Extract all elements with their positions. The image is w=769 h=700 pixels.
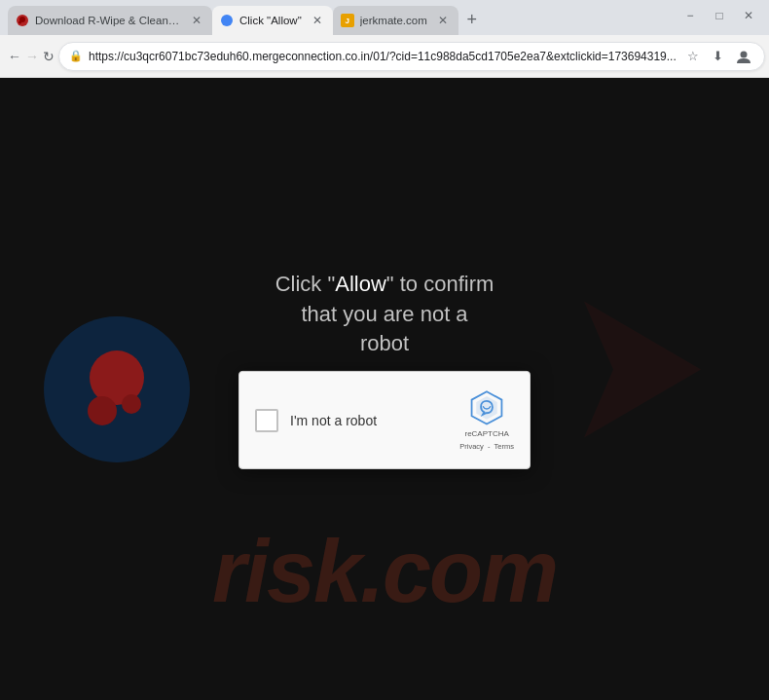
new-tab-button[interactable]: + [458,6,486,33]
background-arrow [565,281,740,461]
recaptcha-checkbox[interactable] [255,408,278,431]
tab1-favicon [16,14,29,27]
svg-point-3 [221,15,233,26]
tab3-favicon: J [341,14,354,27]
svg-point-7 [88,396,117,425]
instruction-line2: that you are not a [238,299,531,329]
recaptcha-right: reCAPTCHA Privacy - Terms [459,389,514,450]
tab-2[interactable]: Click "Allow" ✕ [212,6,333,35]
tab1-close[interactable]: ✕ [189,13,204,28]
recaptcha-brand-text: reCAPTCHA [464,428,508,439]
window-controls: − □ ✕ [677,7,761,24]
minimize-button[interactable]: − [677,7,703,24]
recaptcha-dialog: I'm not a robot reCAPTCHA Privacy [238,371,531,468]
profile-icon[interactable] [733,46,754,67]
watermark-text: risk.com [0,522,769,622]
svg-point-4 [740,51,747,57]
tab2-close[interactable]: ✕ [310,13,325,28]
url-action-icons: ☆ ⬇ [682,46,754,67]
tab-3[interactable]: J jerkmate.com ✕ [333,6,458,35]
back-button[interactable]: ← [8,43,21,70]
forward-button[interactable]: → [25,43,39,70]
recaptcha-logo [463,389,510,426]
refresh-button[interactable]: ↻ [43,43,55,70]
svg-point-8 [122,394,141,414]
tab1-label: Download R-Wipe & Clean 20... [35,15,181,26]
tab3-label: jerkmate.com [360,15,427,26]
instruction-line3: robot [238,329,531,359]
instruction-line1: Click "Allow" to confirm [238,270,531,300]
tab3-close[interactable]: ✕ [435,13,451,28]
bookmark-icon[interactable]: ☆ [682,46,704,67]
tab-1[interactable]: Download R-Wipe & Clean 20... ✕ [8,6,212,35]
svg-point-2 [18,21,21,24]
tab2-favicon [220,14,234,27]
download-icon[interactable]: ⬇ [708,46,729,67]
address-bar: ← → ↻ 🔒 https://cu3qcr6071bc73eduh60.mer… [0,35,769,78]
url-text: https://cu3qcr6071bc73eduh60.mergeconnec… [89,50,677,63]
close-button[interactable]: ✕ [736,7,761,24]
maximize-button[interactable]: □ [707,7,732,24]
recaptcha-links: Privacy - Terms [459,442,514,451]
page-content: Click "Allow" to confirm that you are no… [0,78,769,700]
url-bar[interactable]: 🔒 https://cu3qcr6071bc73eduh60.mergeconn… [58,42,765,71]
page-background: Click "Allow" to confirm that you are no… [0,78,769,700]
security-icon: 🔒 [69,50,83,62]
allow-word: Allow [335,272,386,296]
recaptcha-left: I'm not a robot [255,408,459,431]
tab2-label: Click "Allow" [239,15,302,26]
browser-frame: Download R-Wipe & Clean 20... ✕ Click "A… [0,0,769,700]
background-logo [39,312,195,467]
tab-strip: Download R-Wipe & Clean 20... ✕ Click "A… [8,0,666,35]
recaptcha-label: I'm not a robot [290,412,377,427]
instruction-text: Click "Allow" to confirm that you are no… [238,270,531,359]
recaptcha-privacy-link[interactable]: Privacy [459,442,484,451]
recaptcha-terms-link[interactable]: Terms [494,442,514,451]
title-bar: Download R-Wipe & Clean 20... ✕ Click "A… [0,0,769,35]
